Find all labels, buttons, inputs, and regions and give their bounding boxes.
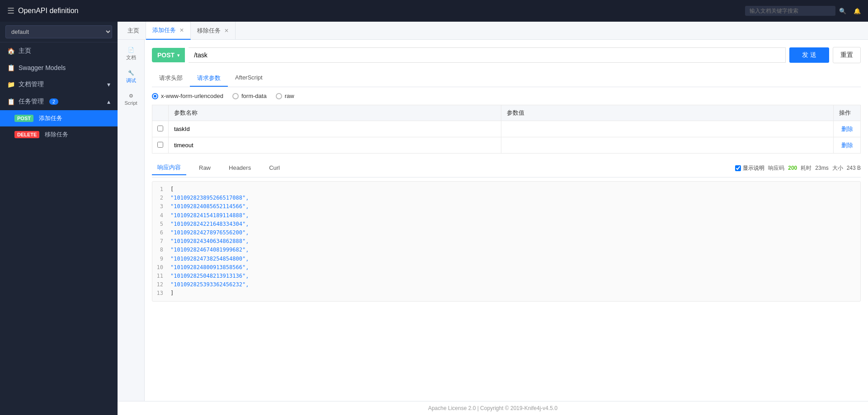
sub-tabs: 请求头部 请求参数 AfterScript <box>152 70 861 87</box>
tabs-bar: 主页 添加任务 ✕ 移除任务 ✕ <box>118 22 868 40</box>
radio-urlencoded[interactable]: x-www-form-urlencoded <box>152 93 223 99</box>
th-param-name: 参数名称 <box>169 105 501 121</box>
show-desc-checkbox[interactable] <box>735 165 741 171</box>
delete-timeout-button[interactable]: 删除 <box>841 142 853 149</box>
param-taskid-checkbox[interactable] <box>156 126 165 131</box>
app-title: OpenAPI definition <box>18 7 78 15</box>
send-button[interactable]: 发 送 <box>789 47 829 63</box>
sidebar-item-home[interactable]: 🏠 主页 <box>0 42 118 60</box>
url-bar: POST ▾ 发 送 重置 <box>152 47 861 63</box>
table-row: 删除 <box>152 137 861 154</box>
param-timeout-checkbox-cell <box>152 137 169 154</box>
json-line-4: 4 "101092824154189114888", <box>156 211 857 220</box>
sub-tab-afterscript[interactable]: AfterScript <box>228 70 270 87</box>
th-checkbox <box>152 105 169 121</box>
script-icon: ⚙ <box>129 93 133 99</box>
sidebar-item-add-task[interactable]: POST 添加任务 <box>0 110 118 126</box>
sidebar-item-swagger[interactable]: 📋 Swagger Models <box>0 60 118 76</box>
response-time: 23ms <box>815 165 828 171</box>
json-line-1: 1 [ <box>156 185 857 194</box>
radio-group: x-www-form-urlencoded form-data raw <box>152 93 861 99</box>
reset-button[interactable]: 重置 <box>833 47 861 63</box>
method-select[interactable]: POST ▾ <box>152 48 185 62</box>
bell-icon[interactable]: 🔔 <box>854 8 861 14</box>
json-line-7: 7 "101092824340634862888", <box>156 237 857 246</box>
response-header: 响应内容 Raw Headers Curl 显示说明 响应码 200 耗时 <box>152 161 861 177</box>
task-badge: 2 <box>49 98 58 105</box>
radio-raw-circle <box>276 93 282 99</box>
footer: Apache License 2.0 | Copyright © 2019-Kn… <box>118 401 868 415</box>
param-timeout-name-input[interactable] <box>172 140 497 150</box>
left-panel: 📄 文档 🔧 调试 ⚙ Script <box>118 40 145 401</box>
response-tab-curl[interactable]: Curl <box>264 162 285 175</box>
method-delete-tag: DELETE <box>14 131 39 138</box>
json-line-12: 12 "101092825393362456232", <box>156 280 857 289</box>
doc-icon: 📄 <box>128 47 134 53</box>
main-layout: default 🏠 主页 📋 Swagger Models 📁 文档管理 ▾ 📋… <box>0 22 868 415</box>
response-tab-content[interactable]: 响应内容 <box>152 161 186 175</box>
param-timeout-action-cell: 删除 <box>834 137 861 154</box>
param-taskid-name-cell <box>169 121 501 137</box>
task-icon: 📋 <box>7 98 15 105</box>
param-taskid-value-cell <box>501 121 834 137</box>
response-meta: 显示说明 响应码 200 耗时 23ms 大小 243 B <box>735 164 861 172</box>
left-panel-doc[interactable]: 📄 文档 <box>118 43 144 65</box>
response-tab-raw[interactable]: Raw <box>193 162 216 175</box>
tab-close-add-task[interactable]: ✕ <box>179 27 184 33</box>
left-panel-debug[interactable]: 🔧 调试 <box>118 66 144 88</box>
sub-tab-headers[interactable]: 请求头部 <box>152 70 190 87</box>
param-timeout-value-input[interactable] <box>505 140 830 150</box>
response-section: 响应内容 Raw Headers Curl 显示说明 响应码 200 耗时 <box>152 161 861 302</box>
home-icon: 🏠 <box>7 47 15 55</box>
left-panel-script[interactable]: ⚙ Script <box>118 89 144 109</box>
folder-icon: 📁 <box>7 81 15 88</box>
radio-formdata-circle <box>232 93 239 99</box>
param-timeout-value-cell <box>501 137 834 154</box>
sidebar-item-taskmanage[interactable]: 📋 任务管理 2 ▴ <box>0 93 118 110</box>
params-table: 参数名称 参数值 操作 <box>152 105 861 154</box>
url-input[interactable] <box>189 47 786 63</box>
tab-add-task[interactable]: 添加任务 ✕ <box>146 22 191 40</box>
radio-formdata[interactable]: form-data <box>232 93 267 99</box>
menu-icon[interactable]: ☰ <box>7 6 14 16</box>
search-input[interactable] <box>745 6 835 16</box>
method-post-tag: POST <box>14 115 33 122</box>
sidebar-item-docmanage[interactable]: 📁 文档管理 ▾ <box>0 76 118 93</box>
param-taskid-action-cell: 删除 <box>834 121 861 137</box>
json-line-13: 13 ] <box>156 289 857 298</box>
sub-tab-params[interactable]: 请求参数 <box>190 70 228 87</box>
project-selector[interactable]: default <box>5 25 112 38</box>
radio-raw[interactable]: raw <box>276 93 294 99</box>
json-line-3: 3 "101092824085652114566", <box>156 202 857 211</box>
response-status-code: 200 <box>788 165 797 171</box>
delete-taskid-button[interactable]: 删除 <box>841 126 853 132</box>
topbar: ☰ OpenAPI definition 🔍 🔔 <box>0 0 868 22</box>
th-param-value: 参数值 <box>501 105 834 121</box>
json-line-2: 2 "101092823895266517088", <box>156 194 857 202</box>
show-desc-label[interactable]: 显示说明 <box>735 164 764 172</box>
param-taskid-checkbox-cell <box>152 121 169 137</box>
table-row: 删除 <box>152 121 861 137</box>
response-tab-headers[interactable]: Headers <box>223 162 256 175</box>
content-area: 主页 添加任务 ✕ 移除任务 ✕ 📄 文档 🔧 调试 <box>118 22 868 415</box>
param-taskid-name-input[interactable] <box>172 124 497 134</box>
right-panel: POST ▾ 发 送 重置 请求头部 请求参数 AfterScript <box>145 40 868 401</box>
tab-close-remove-task[interactable]: ✕ <box>224 28 229 34</box>
method-label: POST <box>157 51 175 59</box>
json-line-8: 8 "101092824674081999682", <box>156 246 857 254</box>
json-line-5: 5 "101092824221648334304", <box>156 220 857 228</box>
sidebar-item-remove-task[interactable]: DELETE 移除任务 <box>0 126 118 143</box>
tab-remove-task[interactable]: 移除任务 ✕ <box>191 22 236 40</box>
footer-text: Apache License 2.0 | Copyright © 2019-Kn… <box>428 405 557 411</box>
debug-icon: 🔧 <box>128 70 134 76</box>
param-timeout-checkbox[interactable] <box>156 142 165 148</box>
sidebar: default 🏠 主页 📋 Swagger Models 📁 文档管理 ▾ 📋… <box>0 22 118 415</box>
search-icon[interactable]: 🔍 <box>839 8 846 14</box>
tab-home[interactable]: 主页 <box>121 22 146 40</box>
param-taskid-value-input[interactable] <box>505 124 830 134</box>
th-action: 操作 <box>834 105 861 121</box>
response-size: 243 B <box>847 165 861 171</box>
chevron-down-icon: ▾ <box>107 81 110 88</box>
json-line-6: 6 "101092824278976556200", <box>156 228 857 237</box>
topbar-search: 🔍 🔔 <box>745 6 861 16</box>
